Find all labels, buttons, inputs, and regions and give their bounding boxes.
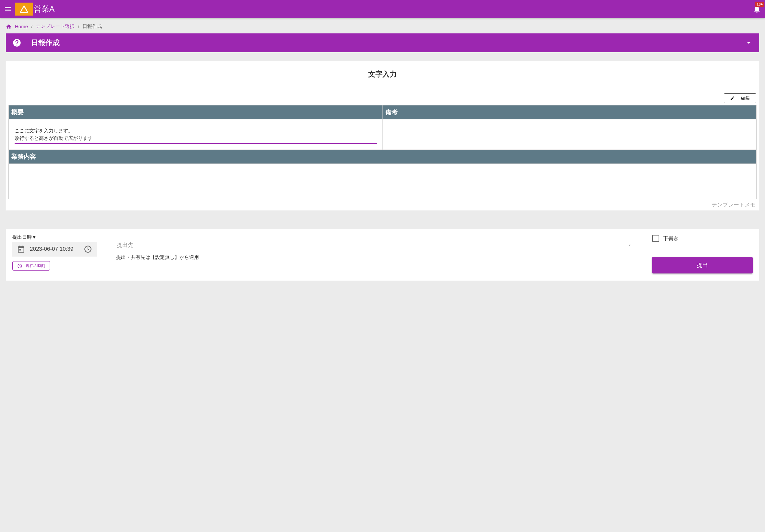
app-title: 営業A — [34, 4, 55, 14]
calendar-icon — [17, 245, 25, 254]
current-time-button[interactable]: 現在の時刻 — [12, 261, 50, 270]
remarks-header: 備考 — [382, 105, 757, 119]
notification-badge: 10+ — [755, 2, 764, 7]
destination-select[interactable]: 提出先 — [116, 240, 633, 251]
work-input[interactable] — [15, 172, 750, 193]
datetime-value: 2023-06-07 10:39 — [30, 246, 79, 253]
summary-value: ここに文字を入力します。 改行すると高さが自動で広がります — [15, 127, 377, 142]
section-header[interactable]: 日報作成 — [6, 33, 759, 52]
home-icon — [6, 24, 12, 30]
clock-icon — [17, 264, 22, 268]
app-header: 営業A 10+ — [0, 0, 765, 18]
breadcrumb-home[interactable]: Home — [15, 24, 28, 29]
datetime-label[interactable]: 提出日時▼ — [12, 234, 97, 241]
submit-button[interactable]: 提出 — [652, 257, 753, 273]
notifications-button[interactable]: 10+ — [753, 5, 761, 13]
draft-checkbox[interactable] — [652, 235, 659, 242]
chevron-down-icon[interactable] — [745, 39, 753, 47]
submit-panel: 提出日時▼ 2023-06-07 10:39 現在の時刻 提出先 提出・共有先は… — [6, 229, 759, 280]
current-time-label: 現在の時刻 — [26, 263, 45, 268]
breadcrumb-template-select[interactable]: テンプレート選択 — [36, 23, 75, 30]
card-title: 文字入力 — [6, 61, 759, 93]
destination-help-text: 提出・共有先は【設定無し】から適用 — [116, 254, 633, 261]
help-icon[interactable] — [12, 38, 21, 47]
section-title: 日報作成 — [31, 38, 60, 48]
form-card: 文字入力 編集 概要 備考 ここに文字を入力します。 改行すると高さが自動で広が… — [6, 61, 759, 211]
breadcrumb-separator: / — [78, 24, 79, 29]
breadcrumb: Home / テンプレート選択 / 日報作成 — [0, 18, 765, 33]
destination-placeholder: 提出先 — [117, 241, 627, 249]
summary-header: 概要 — [9, 105, 383, 119]
edit-button[interactable]: 編集 — [724, 93, 756, 103]
summary-input[interactable]: ここに文字を入力します。 改行すると高さが自動で広がります — [15, 127, 377, 144]
menu-button[interactable] — [4, 5, 12, 13]
datetime-picker[interactable]: 2023-06-07 10:39 — [12, 242, 97, 257]
draft-label: 下書き — [663, 235, 679, 242]
app-logo — [15, 3, 33, 16]
triangle-icon — [19, 4, 29, 14]
menu-icon — [4, 5, 12, 13]
dropdown-icon — [627, 243, 632, 248]
clock-icon — [84, 245, 92, 254]
pencil-icon — [730, 96, 735, 101]
template-memo-link[interactable]: テンプレートメモ — [6, 199, 759, 211]
breadcrumb-separator: / — [31, 24, 32, 29]
work-header: 業務内容 — [9, 150, 757, 164]
submit-button-label: 提出 — [697, 262, 708, 268]
breadcrumb-current: 日報作成 — [82, 23, 102, 30]
remarks-input[interactable] — [389, 127, 751, 134]
edit-button-label: 編集 — [741, 95, 750, 101]
